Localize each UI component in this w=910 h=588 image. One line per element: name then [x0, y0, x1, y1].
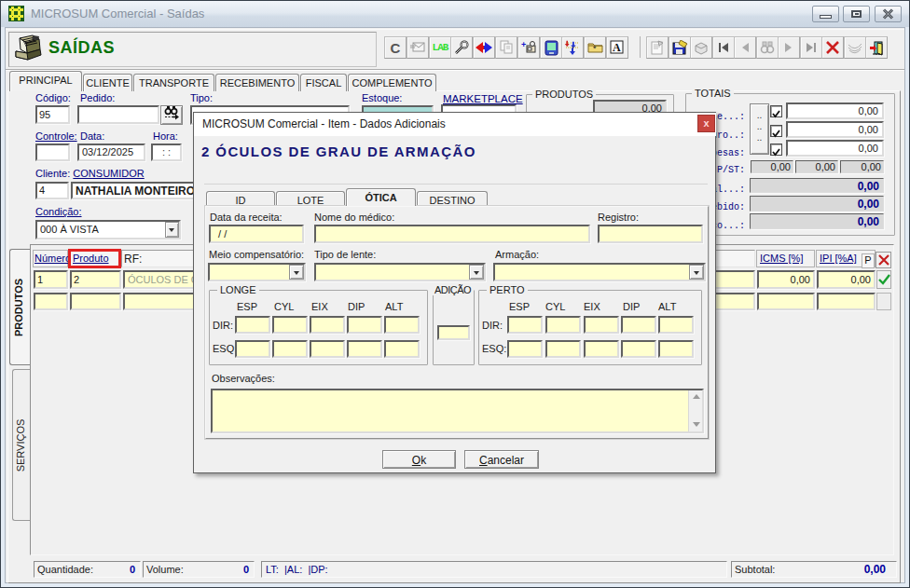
svg-text:*: * — [593, 44, 597, 53]
svg-text:+: + — [521, 40, 526, 49]
svg-text:A: A — [613, 41, 621, 54]
